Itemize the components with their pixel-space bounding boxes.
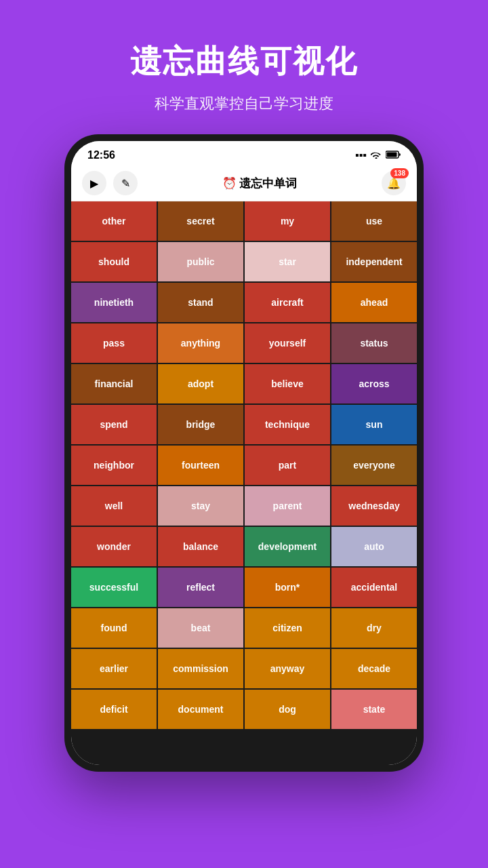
grid-row-12: deficitdocumentdogstate	[71, 690, 417, 729]
play-icon: ▶	[90, 177, 98, 190]
word-cell-3-1[interactable]: anything	[158, 323, 243, 363]
word-cell-6-0[interactable]: neighbor	[71, 446, 157, 485]
word-cell-9-1[interactable]: reflect	[158, 568, 243, 607]
word-cell-7-2[interactable]: parent	[245, 486, 330, 526]
badge-count: 138	[390, 168, 409, 178]
phone-mockup: 12:56 ▪▪▪ ▶ ✎ ⏰ 遗忘中单词 🔔 138	[64, 134, 424, 772]
status-bar: 12:56 ▪▪▪	[71, 141, 417, 165]
word-cell-6-3[interactable]: everyone	[331, 446, 417, 485]
word-cell-5-2[interactable]: technique	[245, 405, 330, 444]
word-cell-1-1[interactable]: public	[158, 242, 243, 281]
word-cell-2-3[interactable]: ahead	[331, 283, 417, 322]
word-cell-11-1[interactable]: commission	[158, 649, 243, 688]
word-cell-3-2[interactable]: yourself	[245, 323, 330, 363]
word-cell-10-1[interactable]: beat	[158, 608, 243, 648]
word-cell-12-3[interactable]: state	[331, 690, 417, 729]
grid-row-9: successfulreflectborn*accidental	[71, 568, 417, 607]
word-cell-5-1[interactable]: bridge	[158, 405, 243, 444]
word-cell-9-3[interactable]: accidental	[331, 568, 417, 607]
word-cell-0-0[interactable]: other	[71, 201, 157, 241]
grid-row-11: earliercommissionanywaydecade	[71, 649, 417, 688]
word-cell-3-3[interactable]: status	[331, 323, 417, 363]
wifi-icon	[371, 149, 382, 161]
notification-badge[interactable]: 🔔 138	[382, 171, 406, 195]
grid-row-5: spendbridgetechniquesun	[71, 405, 417, 444]
word-cell-11-2[interactable]: anyway	[245, 649, 330, 688]
grid-row-1: shouldpublicstarindependent	[71, 242, 417, 281]
word-cell-2-0[interactable]: ninetieth	[71, 283, 157, 322]
word-cell-12-2[interactable]: dog	[245, 690, 330, 729]
hero-section: 遗忘曲线可视化 科学直观掌控自己学习进度	[103, 0, 385, 134]
grid-row-7: wellstayparentwednesday	[71, 486, 417, 526]
word-cell-11-3[interactable]: decade	[331, 649, 417, 688]
word-cell-9-2[interactable]: born*	[245, 568, 330, 607]
word-cell-8-1[interactable]: balance	[158, 527, 243, 566]
word-cell-1-2[interactable]: star	[245, 242, 330, 281]
word-cell-4-3[interactable]: across	[331, 364, 417, 403]
battery-icon	[386, 149, 401, 161]
word-cell-5-0[interactable]: spend	[71, 405, 157, 444]
word-cell-7-0[interactable]: well	[71, 486, 157, 526]
grid-row-8: wonderbalancedevelopmentauto	[71, 527, 417, 566]
word-cell-2-2[interactable]: aircraft	[245, 283, 330, 322]
status-time: 12:56	[87, 149, 115, 161]
word-cell-10-3[interactable]: dry	[331, 608, 417, 648]
hero-title: 遗忘曲线可视化	[130, 41, 358, 83]
toolbar-title: ⏰ 遗忘中单词	[144, 176, 375, 191]
word-cell-5-3[interactable]: sun	[331, 405, 417, 444]
word-cell-1-0[interactable]: should	[71, 242, 157, 281]
word-cell-10-0[interactable]: found	[71, 608, 157, 648]
word-cell-7-1[interactable]: stay	[158, 486, 243, 526]
word-cell-6-2[interactable]: part	[245, 446, 330, 485]
word-cell-1-3[interactable]: independent	[331, 242, 417, 281]
word-cell-4-1[interactable]: adopt	[158, 364, 243, 403]
word-grid: othersecretmyuseshouldpublicstarindepend…	[71, 201, 417, 765]
hero-subtitle: 科学直观掌控自己学习进度	[130, 94, 358, 114]
word-cell-3-0[interactable]: pass	[71, 323, 157, 363]
word-cell-7-3[interactable]: wednesday	[331, 486, 417, 526]
word-cell-4-0[interactable]: financial	[71, 364, 157, 403]
word-cell-11-0[interactable]: earlier	[71, 649, 157, 688]
grid-row-3: passanythingyourselfstatus	[71, 323, 417, 363]
toolbar: ▶ ✎ ⏰ 遗忘中单词 🔔 138	[71, 165, 417, 201]
word-cell-0-2[interactable]: my	[245, 201, 330, 241]
grid-row-4: financialadoptbelieveacross	[71, 364, 417, 403]
word-cell-10-2[interactable]: citizen	[245, 608, 330, 648]
word-cell-4-2[interactable]: believe	[245, 364, 330, 403]
svg-rect-1	[387, 153, 397, 157]
phone-screen: 12:56 ▪▪▪ ▶ ✎ ⏰ 遗忘中单词 🔔 138	[71, 141, 417, 765]
word-cell-8-3[interactable]: auto	[331, 527, 417, 566]
word-cell-12-0[interactable]: deficit	[71, 690, 157, 729]
grid-row-0: othersecretmyuse	[71, 201, 417, 241]
word-cell-6-1[interactable]: fourteen	[158, 446, 243, 485]
edit-icon: ✎	[121, 177, 130, 190]
signal-icon: ▪▪▪	[355, 149, 367, 161]
word-cell-8-0[interactable]: wonder	[71, 527, 157, 566]
grid-row-10: foundbeatcitizendry	[71, 608, 417, 648]
word-cell-9-0[interactable]: successful	[71, 568, 157, 607]
word-cell-0-1[interactable]: secret	[158, 201, 243, 241]
grid-row-2: ninetiethstandaircraftahead	[71, 283, 417, 322]
edit-button[interactable]: ✎	[113, 171, 138, 195]
status-icons: ▪▪▪	[355, 149, 401, 161]
word-cell-0-3[interactable]: use	[331, 201, 417, 241]
word-cell-8-2[interactable]: development	[245, 527, 330, 566]
word-cell-2-1[interactable]: stand	[158, 283, 243, 322]
word-cell-12-1[interactable]: document	[158, 690, 243, 729]
grid-row-6: neighborfourteenparteveryone	[71, 446, 417, 485]
play-button[interactable]: ▶	[82, 171, 106, 195]
